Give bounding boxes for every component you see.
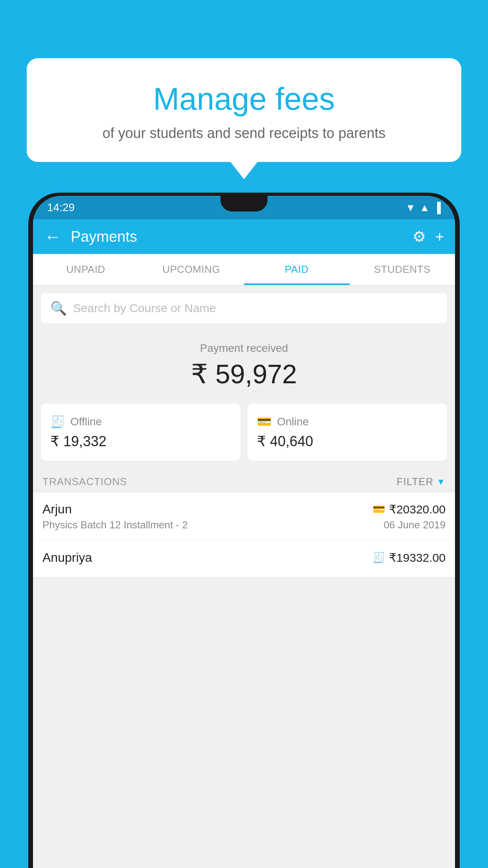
online-card-header: 💳 Online bbox=[257, 415, 438, 428]
transaction-amount-wrap-2: 🧾 ₹19332.00 bbox=[372, 551, 446, 565]
tab-students[interactable]: STUDENTS bbox=[350, 254, 455, 285]
signal-icon: ▲ bbox=[420, 202, 430, 214]
bubble-title: Manage fees bbox=[46, 82, 442, 116]
notch bbox=[220, 196, 268, 211]
offline-icon: 🧾 bbox=[50, 415, 65, 428]
table-row[interactable]: Anupriya 🧾 ₹19332.00 bbox=[33, 541, 455, 577]
filter-button[interactable]: FILTER ▼ bbox=[397, 476, 446, 488]
payment-amount: ₹ 59,972 bbox=[33, 359, 455, 390]
payment-summary: Payment received ₹ 59,972 bbox=[33, 331, 455, 397]
cash-payment-icon-2: 🧾 bbox=[372, 552, 385, 564]
phone-frame: 14:29 ▼ ▲ ▐ ← Payments ⚙ + UNPAID bbox=[28, 193, 460, 868]
page-title: Payments bbox=[71, 228, 413, 245]
back-button[interactable]: ← bbox=[44, 227, 61, 246]
search-placeholder[interactable]: Search by Course or Name bbox=[73, 302, 216, 315]
offline-label: Offline bbox=[70, 416, 102, 428]
header-actions: ⚙ + bbox=[413, 228, 444, 245]
search-bar[interactable]: 🔍 Search by Course or Name bbox=[41, 293, 447, 323]
content-area: UNPAID UPCOMING PAID STUDENTS 🔍 Search b… bbox=[33, 254, 455, 868]
transaction-row-bottom-1: Physics Batch 12 Installment - 2 06 June… bbox=[42, 519, 446, 531]
transaction-name-1: Arjun bbox=[42, 502, 72, 517]
payment-label: Payment received bbox=[33, 342, 455, 355]
transactions-label: TRANSACTIONS bbox=[42, 476, 127, 488]
filter-icon: ▼ bbox=[437, 477, 446, 487]
transaction-list: Arjun 💳 ₹20320.00 Physics Batch 12 Insta… bbox=[33, 493, 455, 577]
transaction-row-top-2: Anupriya 🧾 ₹19332.00 bbox=[42, 550, 446, 565]
online-amount: ₹ 40,640 bbox=[257, 433, 438, 450]
tab-unpaid[interactable]: UNPAID bbox=[33, 254, 139, 285]
online-label: Online bbox=[277, 416, 309, 428]
transaction-course-1: Physics Batch 12 Installment - 2 bbox=[42, 519, 188, 531]
transaction-date-1: 06 June 2019 bbox=[383, 519, 446, 531]
app-header: ← Payments ⚙ + bbox=[33, 219, 455, 254]
online-card: 💳 Online ₹ 40,640 bbox=[248, 404, 447, 461]
offline-card: 🧾 Offline ₹ 19,332 bbox=[41, 404, 240, 461]
settings-button[interactable]: ⚙ bbox=[413, 228, 426, 245]
online-icon: 💳 bbox=[257, 415, 272, 428]
speech-bubble: Manage fees of your students and send re… bbox=[27, 58, 461, 162]
offline-amount: ₹ 19,332 bbox=[50, 433, 231, 450]
filter-label: FILTER bbox=[397, 476, 434, 488]
transaction-amount-wrap-1: 💳 ₹20320.00 bbox=[372, 502, 446, 516]
table-row[interactable]: Arjun 💳 ₹20320.00 Physics Batch 12 Insta… bbox=[33, 493, 455, 541]
tab-paid[interactable]: PAID bbox=[244, 254, 350, 285]
tab-bar: UNPAID UPCOMING PAID STUDENTS bbox=[33, 254, 455, 285]
phone-screen: 14:29 ▼ ▲ ▐ ← Payments ⚙ + UNPAID bbox=[33, 196, 455, 868]
search-icon: 🔍 bbox=[50, 300, 67, 316]
transaction-amount-2: ₹19332.00 bbox=[389, 551, 446, 565]
payment-cards: 🧾 Offline ₹ 19,332 💳 Online ₹ 40,640 bbox=[33, 397, 455, 469]
search-bar-wrap: 🔍 Search by Course or Name bbox=[33, 285, 455, 331]
transaction-name-2: Anupriya bbox=[42, 550, 92, 565]
bubble-subtitle: of your students and send receipts to pa… bbox=[46, 125, 442, 142]
battery-icon: ▐ bbox=[434, 202, 441, 214]
status-time: 14:29 bbox=[47, 201, 75, 214]
tab-upcoming[interactable]: UPCOMING bbox=[139, 254, 244, 285]
transaction-amount-1: ₹20320.00 bbox=[389, 502, 446, 516]
status-bar: 14:29 ▼ ▲ ▐ bbox=[33, 196, 455, 219]
wifi-icon: ▼ bbox=[405, 202, 416, 214]
offline-card-header: 🧾 Offline bbox=[50, 415, 231, 428]
status-icons: ▼ ▲ ▐ bbox=[405, 202, 441, 214]
card-payment-icon-1: 💳 bbox=[372, 503, 385, 515]
add-button[interactable]: + bbox=[435, 228, 444, 245]
transaction-row-top-1: Arjun 💳 ₹20320.00 bbox=[42, 502, 446, 517]
transactions-header: TRANSACTIONS FILTER ▼ bbox=[33, 469, 455, 493]
